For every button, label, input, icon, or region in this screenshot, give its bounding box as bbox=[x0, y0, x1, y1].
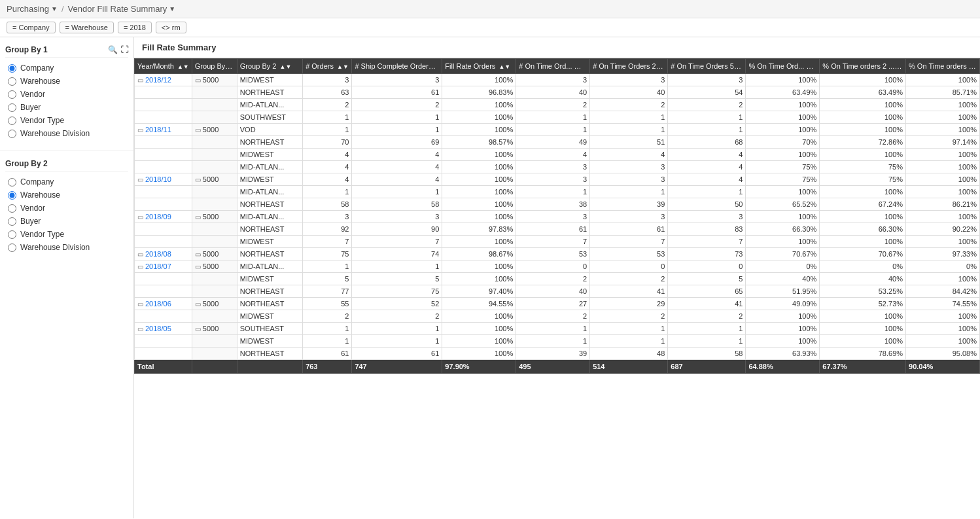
group1-vendortype[interactable]: Vendor Type bbox=[5, 114, 128, 127]
cell-ord: 7 bbox=[303, 236, 352, 248]
cell-ot3: 1 bbox=[668, 111, 746, 124]
col-header-fr[interactable]: Fill Rate Orders ▲▼ bbox=[442, 59, 516, 74]
cell-ym[interactable]: ▭2018/09 bbox=[135, 211, 192, 223]
table-row: MIDWEST11100%111100%100%100% bbox=[135, 335, 980, 348]
group2-vendor[interactable]: Vendor bbox=[5, 202, 128, 215]
cell-ship: 4 bbox=[352, 173, 442, 186]
cell-g1 bbox=[192, 186, 237, 198]
group2-vendortype[interactable]: Vendor Type bbox=[5, 228, 128, 241]
col-header-pot3[interactable]: % On Time orders 5 ... ▲▼ bbox=[906, 59, 980, 74]
cell-pot3: 84.42% bbox=[906, 285, 980, 298]
cell-ym[interactable]: ▭2018/06 bbox=[135, 298, 192, 310]
cell-g1 bbox=[192, 335, 237, 348]
table-container[interactable]: Year/Month ▲▼ Group By 1 ▲▼ Group By 2 ▲… bbox=[134, 58, 980, 518]
search-icon[interactable]: 🔍 bbox=[108, 45, 118, 54]
col-header-ot2[interactable]: # On Time Orders 2 ... ▲▼ bbox=[590, 59, 668, 74]
filter-tag[interactable]: <> rm bbox=[156, 22, 186, 33]
cell-fr: 100% bbox=[442, 323, 516, 335]
cell-ord: 1 bbox=[303, 323, 352, 335]
cell-ot1: 3 bbox=[516, 211, 590, 223]
cell-g1 bbox=[192, 149, 237, 161]
cell-g2: MIDWEST bbox=[237, 149, 302, 161]
cell-ym[interactable]: ▭2018/11 bbox=[135, 124, 192, 136]
cell-pot3: 100% bbox=[906, 149, 980, 161]
col-header-ord[interactable]: # Orders ▲▼ bbox=[303, 59, 352, 74]
app-name[interactable]: Purchasing bbox=[7, 4, 49, 14]
cell-ot2: 3 bbox=[590, 211, 668, 223]
col-header-g2[interactable]: Group By 2 ▲▼ bbox=[237, 59, 302, 74]
col-header-ship[interactable]: # Ship Complete Orders ▲▼ bbox=[352, 59, 442, 74]
table-row: MIDWEST22100%222100%100%100% bbox=[135, 310, 980, 323]
cell-fr: 98.67% bbox=[442, 248, 516, 260]
cell-g1: ▭5000 bbox=[192, 74, 237, 86]
cell-ot2: 41 bbox=[590, 285, 668, 298]
cell-pot3: 100% bbox=[906, 323, 980, 335]
cell-ym[interactable]: ▭2018/08 bbox=[135, 248, 192, 260]
filter-bar: = Company= Warehouse= 2018<> rm bbox=[0, 18, 980, 37]
group1-warehouse[interactable]: Warehouse bbox=[5, 75, 128, 88]
col-header-ot1[interactable]: # On Time Ord... ▲▼ bbox=[516, 59, 590, 74]
footer-ord: 763 bbox=[303, 360, 352, 374]
cell-ship: 1 bbox=[352, 335, 442, 348]
cell-ot2: 1 bbox=[590, 186, 668, 198]
group1-company[interactable]: Company bbox=[5, 62, 128, 75]
filter-tag[interactable]: = Warehouse bbox=[60, 22, 114, 33]
cell-g2: NORTHEAST bbox=[237, 136, 302, 149]
cell-pot2: 53.25% bbox=[820, 285, 906, 298]
cell-ym[interactable]: ▭2018/12 bbox=[135, 74, 192, 86]
cell-pot3: 100% bbox=[906, 124, 980, 136]
cell-ot3: 1 bbox=[668, 186, 746, 198]
cell-pot2: 100% bbox=[820, 310, 906, 323]
group2-warehouse[interactable]: Warehouse bbox=[5, 188, 128, 202]
cell-ship: 75 bbox=[352, 285, 442, 298]
col-header-pot2[interactable]: % On Time orders 2 ... ▲▼ bbox=[820, 59, 906, 74]
cell-ym[interactable]: ▭2018/07 bbox=[135, 260, 192, 273]
cell-pot2: 100% bbox=[820, 186, 906, 198]
cell-g1 bbox=[192, 198, 237, 211]
cell-ot1: 1 bbox=[516, 186, 590, 198]
cell-ot1: 2 bbox=[516, 273, 590, 285]
cell-ym bbox=[135, 310, 192, 323]
col-header-ot3[interactable]: # On Time Orders 5 ... ▲▼ bbox=[668, 59, 746, 74]
cell-ot2: 3 bbox=[590, 74, 668, 86]
table-footer: Total 763 747 97.90% 495 514 687 64.88% … bbox=[135, 360, 980, 374]
cell-ord: 1 bbox=[303, 260, 352, 273]
group1-warehousediv[interactable]: Warehouse Division bbox=[5, 127, 128, 140]
group1-vendor[interactable]: Vendor bbox=[5, 88, 128, 101]
cell-ot1: 1 bbox=[516, 335, 590, 348]
cell-ym[interactable]: ▭2018/05 bbox=[135, 323, 192, 335]
table-row: NORTHEAST929097.83%61618366.30%66.30%90.… bbox=[135, 223, 980, 236]
cell-g2: NORTHEAST bbox=[237, 86, 302, 99]
cell-pot1: 100% bbox=[746, 236, 820, 248]
cell-fr: 97.83% bbox=[442, 223, 516, 236]
page-dropdown[interactable]: ▼ bbox=[169, 5, 175, 12]
group2-buyer[interactable]: Buyer bbox=[5, 215, 128, 228]
col-header-pot1[interactable]: % On Time Ord... ▲▼ bbox=[746, 59, 820, 74]
cell-pot3: 100% bbox=[906, 173, 980, 186]
cell-fr: 100% bbox=[442, 124, 516, 136]
cell-ym bbox=[135, 198, 192, 211]
cell-ot2: 2 bbox=[590, 99, 668, 111]
col-header-g1[interactable]: Group By 1 ▲▼ bbox=[192, 59, 237, 74]
cell-g2: NORTHEAST bbox=[237, 223, 302, 236]
cell-pot2: 100% bbox=[820, 74, 906, 86]
cell-g2: MID-ATLAN... bbox=[237, 186, 302, 198]
group1-buyer[interactable]: Buyer bbox=[5, 101, 128, 114]
cell-ym[interactable]: ▭2018/10 bbox=[135, 173, 192, 186]
table-row: ▭2018/06▭5000NORTHEAST555294.55%27294149… bbox=[135, 298, 980, 310]
group2-company[interactable]: Company bbox=[5, 175, 128, 188]
filter-tag[interactable]: = Company bbox=[7, 22, 56, 33]
cell-pot3: 74.55% bbox=[906, 298, 980, 310]
col-header-ym[interactable]: Year/Month ▲▼ bbox=[135, 59, 192, 74]
table-row: NORTHEAST777597.40%40416551.95%53.25%84.… bbox=[135, 285, 980, 298]
cell-fr: 100% bbox=[442, 149, 516, 161]
cell-ym bbox=[135, 236, 192, 248]
cell-g1: ▭5000 bbox=[192, 211, 237, 223]
cell-ot2: 53 bbox=[590, 248, 668, 260]
group2-warehousediv[interactable]: Warehouse Division bbox=[5, 241, 128, 254]
breadcrumb-dropdown[interactable]: ▼ bbox=[51, 5, 58, 12]
expand-icon[interactable]: ⛶ bbox=[120, 45, 128, 54]
cell-ym bbox=[135, 136, 192, 149]
filter-tag[interactable]: = 2018 bbox=[118, 22, 152, 33]
cell-ym bbox=[135, 335, 192, 348]
